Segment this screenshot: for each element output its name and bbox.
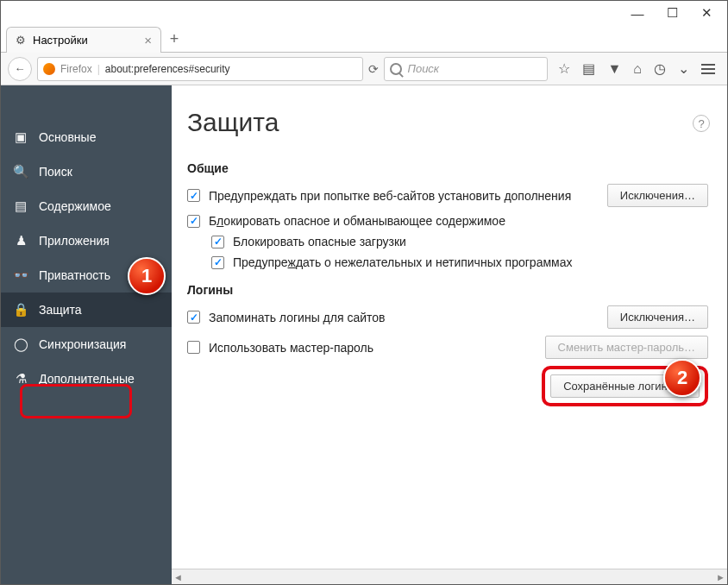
- row-master-password: Использовать мастер-пароль Сменить масте…: [187, 336, 708, 359]
- row-remember-logins: Запоминать логины для сайтов Исключения…: [187, 305, 708, 329]
- row-warn-unwanted: Предупреждать о нежелательных и нетипичн…: [211, 255, 708, 269]
- checkbox-warn-install[interactable]: [187, 189, 200, 202]
- content-icon: ▤: [13, 198, 28, 214]
- sync-icon[interactable]: ◷: [654, 60, 666, 77]
- pocket-icon[interactable]: ⌄: [678, 60, 689, 77]
- search-icon: [390, 63, 402, 75]
- downloads-icon[interactable]: ▼: [607, 61, 621, 77]
- checkbox-block-dangerous[interactable]: [187, 215, 200, 228]
- window-close-button[interactable]: ✕: [689, 3, 724, 23]
- scroll-right-icon[interactable]: ►: [716, 572, 725, 582]
- label-master-password: Использовать мастер-пароль: [209, 341, 373, 355]
- sidebar-item-label: Поиск: [39, 165, 72, 179]
- privacy-icon: 👓: [13, 267, 28, 283]
- checkbox-master-password[interactable]: [187, 341, 200, 354]
- reload-button[interactable]: ⟳: [368, 62, 379, 76]
- url-bar[interactable]: Firefox | about:preferences#security: [37, 57, 363, 81]
- tab-strip: ⚙ Настройки × +: [1, 25, 727, 53]
- apps-icon: ♟: [13, 233, 28, 248]
- home-icon[interactable]: ⌂: [633, 61, 642, 77]
- scroll-left-icon[interactable]: ◄: [173, 572, 183, 582]
- row-saved-logins: Сохранённые логины…: [187, 366, 708, 406]
- label-block-downloads: Блокировать опасные загрузки: [233, 235, 406, 248]
- lock-icon: 🔒: [13, 302, 28, 318]
- sidebar-item-security[interactable]: 🔒Защита: [1, 292, 172, 327]
- general-icon: ▣: [13, 129, 28, 145]
- menu-button[interactable]: [701, 64, 715, 74]
- horizontal-scrollbar[interactable]: ◄ ►: [172, 569, 727, 584]
- label-warn-install: Предупреждать при попытке веб-сайтов уст…: [209, 189, 571, 203]
- section-general: Общие: [187, 161, 708, 175]
- row-block-dangerous: Блокировать опасное и обманывающее содер…: [187, 214, 708, 228]
- new-tab-button[interactable]: +: [161, 26, 187, 52]
- window-minimize-button[interactable]: —: [620, 3, 655, 23]
- window-titlebar: — ☐ ✕: [1, 1, 727, 25]
- checkbox-block-downloads[interactable]: [211, 236, 224, 248]
- search-placeholder: Поиск: [407, 62, 439, 75]
- sidebar-item-content[interactable]: ▤Содержимое: [1, 189, 172, 223]
- bookmark-star-icon[interactable]: ☆: [558, 60, 570, 77]
- sidebar-item-sync[interactable]: ◯Синхронизация: [1, 327, 172, 362]
- sidebar-item-applications[interactable]: ♟Приложения: [1, 223, 172, 258]
- sidebar-item-advanced[interactable]: ⚗Дополнительные: [1, 362, 172, 396]
- annotation-badge-1: 1: [128, 257, 166, 295]
- checkbox-warn-unwanted[interactable]: [211, 256, 224, 269]
- navigation-toolbar: ← Firefox | about:preferences#security ⟳…: [1, 53, 727, 85]
- tab-title: Настройки: [33, 34, 88, 47]
- sidebar-item-label: Приватность: [39, 268, 110, 282]
- sidebar-item-label: Приложения: [39, 234, 110, 248]
- help-icon[interactable]: ?: [693, 115, 710, 132]
- sidebar-item-label: Защита: [39, 303, 82, 317]
- row-warn-install: Предупреждать при попытке веб-сайтов уст…: [187, 184, 708, 207]
- firefox-icon: [43, 63, 55, 75]
- back-button[interactable]: ←: [8, 57, 32, 81]
- advanced-icon: ⚗: [13, 371, 28, 387]
- url-separator: |: [97, 63, 100, 75]
- sidebar-item-search[interactable]: 🔍Поиск: [1, 154, 172, 189]
- security-page: ? Защита Общие Предупреждать при попытке…: [172, 85, 727, 584]
- gear-icon: ⚙: [16, 34, 26, 47]
- section-logins: Логины: [187, 283, 708, 297]
- page-title: Защита: [187, 108, 708, 137]
- window-maximize-button[interactable]: ☐: [655, 3, 689, 23]
- sidebar-item-general[interactable]: ▣Основные: [1, 120, 172, 154]
- search-cat-icon: 🔍: [13, 164, 28, 179]
- search-bar[interactable]: Поиск: [384, 57, 548, 81]
- content-area: ▣Основные 🔍Поиск ▤Содержимое ♟Приложения…: [1, 85, 727, 584]
- exceptions-button-1[interactable]: Исключения…: [607, 184, 708, 207]
- tab-settings[interactable]: ⚙ Настройки ×: [6, 27, 161, 53]
- label-warn-unwanted: Предупреждать о нежелательных и нетипичн…: [233, 255, 572, 269]
- exceptions-button-2[interactable]: Исключения…: [607, 305, 708, 329]
- row-block-downloads: Блокировать опасные загрузки: [211, 235, 708, 248]
- annotation-badge-2: 2: [663, 359, 701, 397]
- sidebar-item-label: Основные: [39, 130, 96, 144]
- preferences-sidebar: ▣Основные 🔍Поиск ▤Содержимое ♟Приложения…: [1, 85, 172, 584]
- checkbox-remember-logins[interactable]: [187, 311, 200, 324]
- sidebar-item-label: Содержимое: [39, 199, 111, 213]
- browser-window: — ☐ ✕ ⚙ Настройки × + ← Firefox | about:…: [0, 0, 728, 585]
- sidebar-item-label: Дополнительные: [39, 372, 135, 386]
- toolbar-icons: ☆ ▤ ▼ ⌂ ◷ ⌄: [553, 60, 720, 77]
- change-master-button: Сменить мастер-пароль…: [545, 336, 708, 359]
- sidebar-item-label: Синхронизация: [39, 337, 126, 351]
- url-brand: Firefox: [60, 63, 92, 75]
- tab-close-icon[interactable]: ×: [144, 33, 152, 47]
- label-remember-logins: Запоминать логины для сайтов: [209, 311, 385, 324]
- label-block-dangerous: Блокировать опасное и обманывающее содер…: [209, 214, 505, 228]
- url-text: about:preferences#security: [105, 63, 358, 75]
- library-icon[interactable]: ▤: [582, 60, 595, 77]
- sync-cat-icon: ◯: [13, 337, 28, 352]
